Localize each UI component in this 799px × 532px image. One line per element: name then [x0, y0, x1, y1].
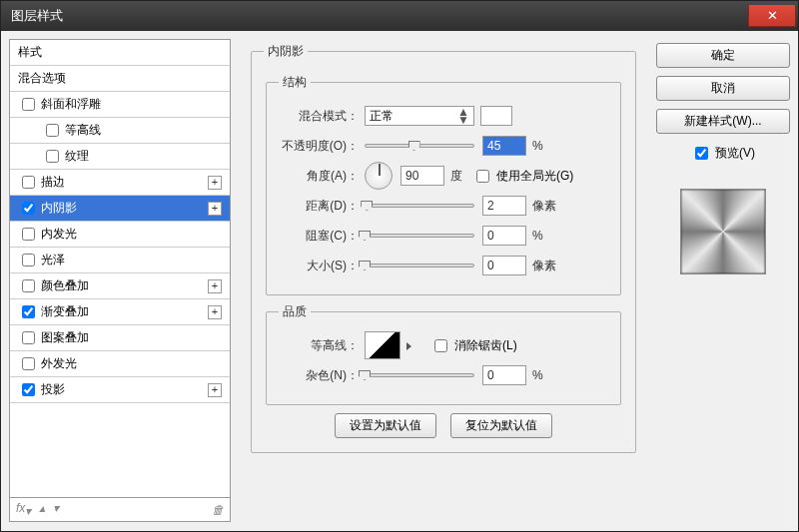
global-light-input[interactable]	[476, 170, 489, 183]
style-enable-checkbox[interactable]	[46, 124, 59, 137]
add-instance-icon[interactable]: +	[208, 383, 222, 397]
reset-default-button[interactable]: 复位为默认值	[450, 413, 552, 438]
opacity-input[interactable]: 45	[482, 136, 526, 156]
window-close-button[interactable]: ✕	[748, 5, 796, 27]
sidebar-item-label: 颜色叠加	[41, 277, 89, 294]
inner-shadow-group: 内阴影 结构 混合模式： 正常 ▲▼ 不透明度(O)： 4	[251, 43, 636, 453]
layer-style-dialog: 图层样式 ✕ 样式混合选项斜面和浮雕等高线纹理描边+内阴影+内发光光泽颜色叠加+…	[0, 0, 799, 532]
angle-input[interactable]: 90	[400, 166, 444, 186]
style-enable-checkbox[interactable]	[22, 331, 35, 344]
add-instance-icon[interactable]: +	[208, 305, 222, 319]
sidebar-item[interactable]: 描边+	[10, 170, 230, 196]
antialias-checkbox[interactable]: 消除锯齿(L)	[430, 336, 517, 355]
sidebar-item[interactable]: 混合选项	[10, 66, 230, 92]
size-slider[interactable]	[365, 258, 474, 273]
move-down-icon[interactable]: ▾	[53, 501, 59, 518]
style-enable-checkbox[interactable]	[22, 228, 35, 241]
sidebar-item[interactable]: 外发光	[10, 351, 230, 377]
quality-title: 品质	[279, 303, 311, 320]
styles-list: 样式混合选项斜面和浮雕等高线纹理描边+内阴影+内发光光泽颜色叠加+渐变叠加+图案…	[10, 40, 230, 497]
panel-title: 内阴影	[264, 43, 308, 60]
opacity-label: 不透明度(O)：	[279, 138, 365, 155]
titlebar: 图层样式 ✕	[1, 1, 798, 31]
sidebar-item[interactable]: 等高线	[10, 118, 230, 144]
quality-group: 品质 等高线： 消除锯齿(L) 杂色(N)： 0 %	[266, 303, 621, 405]
opacity-slider[interactable]	[365, 138, 474, 154]
right-panel: 确定 取消 新建样式(W)... 预览(V)	[656, 39, 790, 522]
style-enable-checkbox[interactable]	[22, 305, 35, 318]
angle-label: 角度(A)：	[279, 168, 365, 185]
sidebar-item[interactable]: 图案叠加	[10, 325, 230, 351]
fx-icon[interactable]: fx▾	[16, 501, 31, 518]
contour-label: 等高线：	[279, 337, 365, 354]
style-enable-checkbox[interactable]	[22, 383, 35, 396]
antialias-label: 消除锯齿(L)	[454, 337, 517, 354]
close-icon: ✕	[767, 8, 778, 23]
structure-group: 结构 混合模式： 正常 ▲▼ 不透明度(O)： 45 %	[266, 74, 621, 295]
global-light-checkbox[interactable]: 使用全局光(G)	[472, 167, 573, 186]
ok-button[interactable]: 确定	[656, 43, 790, 68]
style-enable-checkbox[interactable]	[22, 176, 35, 189]
distance-label: 距离(D)：	[279, 198, 365, 215]
add-instance-icon[interactable]: +	[208, 176, 222, 190]
sidebar-item-label: 等高线	[65, 122, 101, 139]
sidebar-item[interactable]: 斜面和浮雕	[10, 92, 230, 118]
opacity-unit: %	[532, 139, 543, 153]
cancel-button[interactable]: 取消	[656, 76, 790, 101]
styles-sidebar: 样式混合选项斜面和浮雕等高线纹理描边+内阴影+内发光光泽颜色叠加+渐变叠加+图案…	[9, 39, 231, 522]
style-enable-checkbox[interactable]	[22, 357, 35, 370]
sidebar-item-label: 图案叠加	[41, 329, 89, 346]
add-instance-icon[interactable]: +	[208, 279, 222, 293]
choke-unit: %	[532, 229, 543, 243]
distance-input[interactable]: 2	[482, 196, 526, 216]
sidebar-item[interactable]: 光泽	[10, 248, 230, 273]
sidebar-item[interactable]: 内发光	[10, 222, 230, 248]
new-style-button[interactable]: 新建样式(W)...	[656, 109, 790, 134]
preview-label: 预览(V)	[715, 145, 755, 162]
sidebar-item-label: 混合选项	[18, 70, 66, 87]
sidebar-item-label: 外发光	[41, 355, 77, 372]
sidebar-item[interactable]: 纹理	[10, 144, 230, 170]
style-enable-checkbox[interactable]	[46, 150, 59, 163]
sidebar-item[interactable]: 颜色叠加+	[10, 273, 230, 299]
style-enable-checkbox[interactable]	[22, 254, 35, 266]
choke-slider[interactable]	[365, 228, 474, 244]
sidebar-item-label: 内阴影	[41, 200, 77, 217]
sidebar-item-label: 投影	[41, 381, 65, 398]
sidebar-item[interactable]: 内阴影+	[10, 196, 230, 222]
antialias-input[interactable]	[434, 339, 447, 352]
sidebar-item[interactable]: 渐变叠加+	[10, 299, 230, 325]
distance-slider[interactable]	[365, 198, 474, 214]
style-enable-checkbox[interactable]	[22, 98, 35, 111]
sidebar-footer: fx▾ ▴ ▾ 🗑	[10, 497, 230, 521]
dialog-content: 样式混合选项斜面和浮雕等高线纹理描边+内阴影+内发光光泽颜色叠加+渐变叠加+图案…	[1, 31, 798, 530]
noise-unit: %	[532, 368, 543, 382]
trash-icon[interactable]: 🗑	[212, 503, 224, 517]
contour-picker[interactable]	[365, 331, 400, 359]
blend-mode-select[interactable]: 正常 ▲▼	[365, 106, 474, 126]
noise-label: 杂色(N)：	[279, 367, 365, 384]
blend-mode-label: 混合模式：	[279, 108, 365, 125]
noise-slider[interactable]	[365, 367, 474, 383]
preview-input[interactable]	[695, 147, 708, 160]
sidebar-item[interactable]: 投影+	[10, 377, 230, 403]
global-light-label: 使用全局光(G)	[496, 168, 573, 185]
choke-input[interactable]: 0	[482, 226, 526, 246]
make-default-button[interactable]: 设置为默认值	[335, 413, 436, 438]
size-label: 大小(S)：	[279, 258, 365, 274]
size-unit: 像素	[532, 258, 556, 274]
choke-label: 阻塞(C)：	[279, 228, 365, 245]
style-enable-checkbox[interactable]	[22, 202, 35, 215]
preview-checkbox[interactable]: 预览(V)	[656, 144, 790, 163]
shadow-color-swatch[interactable]	[480, 106, 512, 126]
noise-input[interactable]: 0	[482, 365, 526, 385]
add-instance-icon[interactable]: +	[208, 202, 222, 216]
settings-panel: 内阴影 结构 混合模式： 正常 ▲▼ 不透明度(O)： 4	[239, 39, 648, 522]
size-input[interactable]: 0	[482, 256, 526, 275]
sidebar-item-label: 斜面和浮雕	[41, 96, 101, 113]
angle-dial[interactable]	[365, 162, 393, 190]
window-title: 图层样式	[11, 7, 63, 25]
style-enable-checkbox[interactable]	[22, 279, 35, 292]
sidebar-item-label: 光泽	[41, 252, 65, 268]
move-up-icon[interactable]: ▴	[39, 501, 45, 518]
